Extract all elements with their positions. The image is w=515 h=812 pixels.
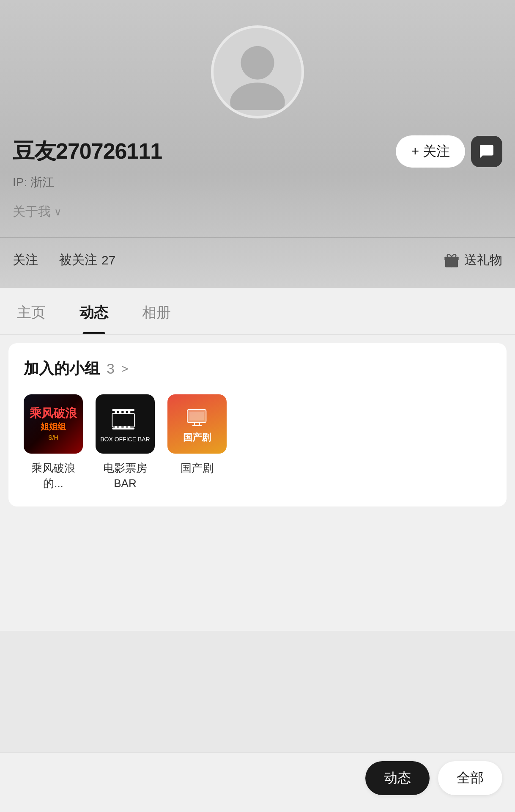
tabs-row: 主页 动态 相册	[13, 288, 502, 334]
follow-button[interactable]: + 关注	[396, 135, 465, 168]
tv-icon	[184, 404, 210, 429]
profile-header: 豆友270726111 + 关注 IP: 浙江 关于我 ∨ 关注 被关注 27	[0, 0, 515, 288]
svg-rect-11	[128, 411, 130, 414]
tabs-container: 主页 动态 相册	[0, 288, 515, 335]
profile-info-row: 豆友270726111 + 关注	[13, 135, 502, 168]
svg-rect-5	[112, 409, 134, 411]
all-button[interactable]: 全部	[438, 761, 502, 795]
following-stat[interactable]: 关注	[13, 251, 38, 269]
stats-row: 关注 被关注 27 送礼物	[13, 238, 502, 282]
bottom-bar: 动态 全部	[0, 752, 515, 812]
group-item-2[interactable]: BOX OFFICE BAR 电影票房BAR	[96, 394, 155, 491]
dynamics-button[interactable]: 动态	[365, 761, 430, 795]
gift-icon	[443, 252, 460, 269]
groups-title: 加入的小组	[24, 358, 100, 379]
tab-dynamics[interactable]: 动态	[75, 288, 112, 334]
gift-label: 送礼物	[464, 251, 502, 269]
group-name-1: 乘风破浪的...	[24, 460, 83, 491]
group-icon-3: 国产剧	[167, 394, 227, 454]
svg-rect-9	[119, 411, 121, 414]
group-icon-2: BOX OFFICE BAR	[96, 394, 155, 454]
following-label: 关注	[13, 251, 38, 269]
tab-album[interactable]: 相册	[138, 288, 175, 334]
svg-rect-14	[124, 426, 126, 429]
avatar	[211, 25, 304, 118]
groups-header[interactable]: 加入的小组 3 >	[24, 358, 491, 379]
groups-chevron-icon: >	[121, 362, 128, 376]
avatar-placeholder-icon	[219, 34, 296, 110]
gift-button[interactable]: 送礼物	[443, 251, 502, 269]
username: 豆友270726111	[13, 137, 162, 166]
followers-count: 27	[101, 253, 115, 267]
main-content: 加入的小组 3 > 乘风破浪 姐姐组 S/H 乘风破浪的...	[0, 335, 515, 631]
svg-rect-8	[115, 411, 117, 414]
svg-rect-10	[124, 411, 126, 414]
action-buttons: + 关注	[396, 135, 502, 168]
film-reel-icon	[110, 405, 140, 435]
about-me-toggle[interactable]: 关于我 ∨	[13, 203, 502, 220]
followers-label: 被关注	[59, 251, 97, 269]
group-item-1[interactable]: 乘风破浪 姐姐组 S/H 乘风破浪的...	[24, 394, 83, 491]
svg-rect-12	[115, 426, 117, 429]
svg-rect-15	[128, 426, 130, 429]
followers-stat[interactable]: 被关注 27	[59, 251, 115, 269]
message-button[interactable]	[471, 136, 502, 167]
group-name-3: 国产剧	[181, 460, 214, 476]
groups-card: 加入的小组 3 > 乘风破浪 姐姐组 S/H 乘风破浪的...	[8, 343, 507, 506]
svg-point-0	[241, 46, 274, 80]
svg-rect-6	[112, 413, 134, 427]
about-me-label: 关于我	[13, 203, 51, 220]
ip-location: IP: 浙江	[13, 174, 502, 190]
message-icon	[479, 143, 495, 160]
avatar-container	[13, 25, 502, 118]
groups-count: 3	[107, 361, 115, 377]
svg-rect-17	[189, 412, 204, 421]
group-item-3[interactable]: 国产剧 国产剧	[167, 394, 227, 491]
group-icon-1: 乘风破浪 姐姐组 S/H	[24, 394, 83, 454]
svg-point-1	[230, 83, 285, 110]
svg-rect-13	[119, 426, 121, 429]
tab-home[interactable]: 主页	[13, 288, 50, 334]
group-name-2: 电影票房BAR	[96, 460, 155, 491]
about-chevron-icon: ∨	[54, 206, 62, 218]
groups-list: 乘风破浪 姐姐组 S/H 乘风破浪的...	[24, 394, 491, 491]
